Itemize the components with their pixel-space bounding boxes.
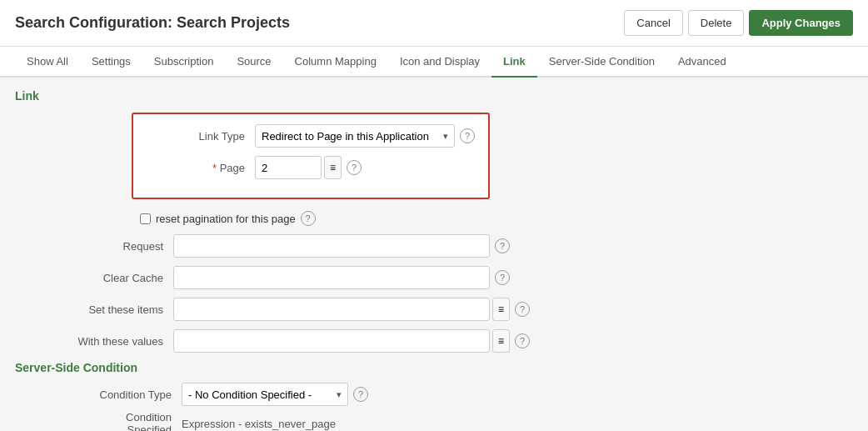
condition-type-label: Condition Type	[82, 388, 182, 401]
condition-type-help-icon[interactable]: ?	[353, 387, 368, 402]
set-items-row: Set these items ≡ ?	[15, 298, 853, 321]
set-items-help-icon[interactable]: ?	[515, 302, 530, 317]
with-values-input[interactable]	[173, 329, 490, 353]
with-values-list-icon: ≡	[498, 335, 504, 347]
header-buttons: Cancel Delete Apply Changes	[624, 10, 853, 36]
nav-tabs: Show All Settings Subscription Source Co…	[0, 47, 868, 78]
clear-cache-input[interactable]	[173, 266, 490, 289]
list-icon: ≡	[330, 162, 336, 173]
page-list-icon-button[interactable]: ≡	[324, 156, 342, 179]
with-values-row: With these values ≡ ?	[15, 329, 853, 353]
condition-type-select-wrapper: - No Condition Specified - Expression Fu…	[182, 383, 348, 406]
link-type-select-wrapper: Redirect to Page in this Application Red…	[255, 124, 455, 148]
reset-pagination-row: reset pagination for this page ?	[140, 211, 853, 226]
request-label: Request	[15, 240, 173, 253]
tab-subscription[interactable]: Subscription	[142, 47, 226, 78]
server-side-section: Server-Side Condition Condition Type - N…	[15, 361, 853, 431]
tab-server-side-condition[interactable]: Server-Side Condition	[537, 47, 666, 78]
delete-button[interactable]: Delete	[688, 10, 745, 36]
condition-specified-label: Condition Specified	[82, 411, 182, 431]
link-type-label: Link Type	[147, 130, 255, 143]
header: Search Configuration: Search Projects Ca…	[0, 0, 868, 47]
page-input[interactable]	[255, 156, 322, 179]
reset-pagination-help-icon[interactable]: ?	[301, 211, 316, 226]
tab-link[interactable]: Link	[491, 47, 537, 78]
link-config-box: Link Type Redirect to Page in this Appli…	[132, 113, 490, 199]
request-help-icon[interactable]: ?	[495, 238, 510, 253]
condition-type-row: Condition Type - No Condition Specified …	[82, 383, 853, 406]
link-type-row: Link Type Redirect to Page in this Appli…	[147, 124, 475, 148]
request-input[interactable]	[173, 234, 490, 258]
with-values-help-icon[interactable]: ?	[515, 333, 530, 348]
clear-cache-row: Clear Cache ?	[15, 266, 853, 289]
tab-icon-and-display[interactable]: Icon and Display	[388, 47, 491, 78]
reset-pagination-checkbox[interactable]	[140, 213, 151, 224]
clear-cache-help-icon[interactable]: ?	[495, 270, 510, 285]
page-help-icon[interactable]: ?	[347, 160, 362, 175]
set-items-list-button[interactable]: ≡	[492, 298, 510, 321]
with-values-label: With these values	[15, 335, 173, 348]
request-row: Request ?	[15, 234, 853, 258]
set-items-list-icon: ≡	[498, 303, 504, 315]
reset-pagination-label: reset pagination for this page	[156, 213, 296, 225]
page-title: Search Configuration: Search Projects	[15, 14, 290, 32]
link-type-select[interactable]: Redirect to Page in this Application Red…	[255, 124, 455, 148]
condition-type-select[interactable]: - No Condition Specified - Expression Fu…	[182, 383, 348, 406]
link-section-title: Link	[15, 89, 853, 103]
set-items-input[interactable]	[173, 298, 490, 321]
tab-settings[interactable]: Settings	[80, 47, 142, 78]
tab-show-all[interactable]: Show All	[15, 47, 80, 78]
clear-cache-label: Clear Cache	[15, 272, 173, 284]
content-area: Link Link Type Redirect to Page in this …	[0, 78, 868, 431]
link-type-help-icon[interactable]: ?	[460, 128, 475, 143]
expression-value: Expression - exists_never_page	[182, 418, 336, 430]
expression-row: Condition Specified Expression - exists_…	[82, 411, 853, 431]
server-side-title: Server-Side Condition	[15, 361, 853, 374]
set-items-label: Set these items	[15, 303, 173, 316]
apply-changes-button[interactable]: Apply Changes	[749, 10, 853, 36]
tab-source[interactable]: Source	[225, 47, 282, 78]
with-values-list-button[interactable]: ≡	[492, 329, 510, 353]
page-label: Page	[147, 162, 255, 174]
tab-advanced[interactable]: Advanced	[666, 47, 738, 78]
tab-column-mapping[interactable]: Column Mapping	[283, 47, 388, 78]
page-row: Page ≡ ?	[147, 156, 475, 179]
cancel-button[interactable]: Cancel	[624, 10, 682, 36]
